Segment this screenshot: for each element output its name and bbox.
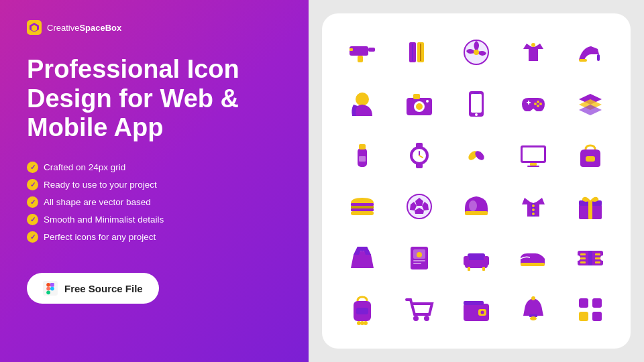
dashboard-icon	[572, 292, 608, 328]
svg-rect-30	[471, 94, 482, 113]
check-icon	[27, 162, 38, 173]
feature-item: Smooth and Minimalist details	[27, 214, 282, 225]
svg-rect-7	[50, 283, 54, 287]
svg-rect-86	[482, 267, 485, 271]
helmet-icon	[458, 188, 494, 225]
svg-rect-4	[46, 283, 50, 287]
icon-row-2	[334, 80, 619, 128]
icon-cell	[509, 182, 557, 231]
icon-cell	[452, 80, 500, 128]
monitor-icon	[515, 137, 551, 174]
icon-cell	[509, 80, 557, 128]
brand-name: CreativeSpaceBox	[47, 23, 121, 33]
check-icon	[27, 196, 38, 208]
icon-cell	[338, 131, 386, 180]
svg-rect-93	[580, 257, 586, 259]
soccer-ball-icon	[401, 188, 437, 225]
svg-point-36	[539, 103, 542, 105]
svg-rect-9	[350, 46, 368, 56]
left-panel: CreativeSpaceBox Professional Icon Desig…	[0, 0, 309, 362]
brand: CreativeSpaceBox	[27, 20, 282, 35]
svg-rect-75	[588, 200, 592, 219]
icon-cell	[395, 182, 443, 231]
icon-cell	[395, 131, 443, 180]
svg-point-8	[50, 287, 54, 291]
svg-point-31	[475, 113, 478, 116]
svg-point-28	[426, 100, 429, 103]
gun-icon	[344, 34, 380, 70]
icon-cell	[338, 286, 386, 334]
icons-card	[322, 13, 631, 349]
svg-point-102	[364, 321, 368, 325]
svg-rect-83	[464, 256, 469, 265]
gift-box-icon	[572, 188, 608, 225]
check-icon	[27, 179, 38, 190]
svg-rect-82	[468, 253, 485, 260]
svg-rect-16	[420, 44, 421, 61]
pills-icon	[458, 137, 494, 174]
svg-point-104	[424, 316, 429, 321]
baby-romper-icon	[515, 34, 551, 70]
free-source-file-button[interactable]: Free Source File	[27, 273, 159, 304]
svg-rect-92	[580, 253, 586, 255]
svg-rect-15	[412, 44, 413, 61]
svg-rect-58	[351, 203, 374, 206]
svg-rect-12	[350, 48, 353, 51]
svg-point-90	[600, 255, 606, 261]
svg-rect-34	[528, 101, 529, 105]
svg-rect-115	[592, 312, 602, 321]
svg-point-107	[480, 310, 484, 314]
icon-cell	[566, 80, 614, 128]
svg-point-68	[469, 200, 477, 211]
right-panel	[309, 0, 644, 362]
icon-cell	[395, 234, 443, 282]
svg-point-110	[530, 316, 537, 320]
backpack-icon	[344, 292, 380, 328]
brand-logo-icon	[27, 20, 42, 35]
dress-icon	[344, 240, 380, 276]
icon-row-6	[334, 286, 619, 334]
svg-point-80	[417, 252, 422, 257]
icon-cell	[338, 182, 386, 231]
icon-cell	[566, 286, 614, 334]
svg-rect-67	[465, 211, 488, 215]
svg-rect-87	[521, 263, 545, 266]
svg-rect-21	[579, 59, 587, 62]
icon-cell	[452, 286, 500, 334]
icon-cell	[395, 80, 443, 128]
feature-item: Ready to use to your project	[27, 179, 282, 190]
svg-rect-112	[579, 298, 588, 308]
check-icon	[27, 231, 38, 243]
icon-cell	[452, 131, 500, 180]
feature-item: Crafted on 24px grid	[27, 162, 282, 173]
svg-rect-54	[523, 147, 544, 161]
camera-icon	[401, 86, 437, 122]
svg-rect-114	[579, 312, 588, 321]
gamepad-icon	[515, 86, 551, 122]
vest-icon	[515, 188, 551, 225]
bell-icon	[515, 292, 551, 328]
svg-rect-57	[586, 156, 595, 162]
svg-point-23	[356, 93, 369, 106]
features-list: Crafted on 24px grid Ready to use to you…	[27, 162, 282, 249]
svg-rect-85	[468, 267, 470, 271]
icon-cell	[566, 234, 614, 282]
svg-rect-108	[464, 301, 484, 305]
svg-rect-61	[351, 211, 374, 215]
svg-rect-3	[43, 281, 58, 296]
icon-cell	[509, 131, 557, 180]
burger-icon	[344, 188, 380, 225]
svg-rect-79	[413, 263, 421, 264]
icon-row-3	[334, 131, 619, 180]
svg-rect-55	[530, 163, 537, 166]
smartphone-icon	[458, 86, 494, 122]
svg-point-37	[537, 105, 539, 107]
sofa-icon	[458, 240, 494, 276]
hijab-icon	[344, 86, 380, 122]
icon-cell	[395, 28, 443, 76]
svg-rect-5	[46, 287, 50, 291]
svg-point-26	[416, 103, 423, 110]
svg-point-89	[575, 255, 580, 261]
icon-row-1	[334, 28, 619, 76]
svg-point-111	[531, 296, 535, 300]
